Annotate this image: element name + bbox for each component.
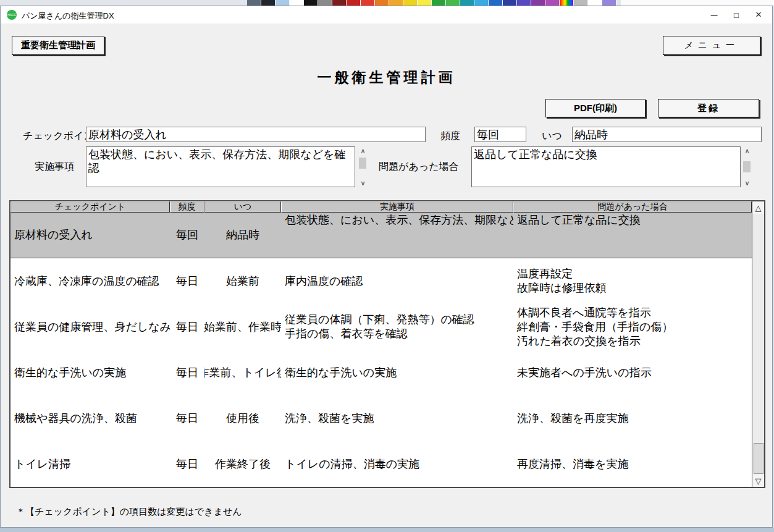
- when-input[interactable]: [572, 127, 762, 142]
- color-swatch: [375, 0, 389, 6]
- table-cell: 始業前: [204, 258, 281, 304]
- table-cell: トイレの清掃、消毒の実施: [281, 441, 513, 487]
- problem-label: 問題があった場合: [379, 161, 459, 174]
- maximize-icon[interactable]: □: [726, 6, 746, 23]
- action-scrollbar[interactable]: [358, 146, 368, 187]
- color-swatch: [276, 0, 290, 6]
- color-swatch: [602, 0, 616, 6]
- color-swatch: [318, 0, 332, 6]
- scrollbar-thumb[interactable]: [743, 161, 751, 172]
- problem-scrollbar[interactable]: [742, 146, 752, 187]
- table-cell: 未実施者への手洗いの指示: [513, 350, 752, 395]
- color-swatch: [517, 0, 531, 6]
- footnote: ＊【チェックポイント】の項目数は変更はできません: [16, 506, 242, 518]
- table-row[interactable]: 機械や器具の洗浄、殺菌毎日使用後洗浄、殺菌を実施洗浄、殺菌を再度実施: [11, 395, 764, 441]
- color-swatch: [474, 0, 489, 6]
- color-swatch: [503, 0, 517, 6]
- table-row[interactable]: 衛生的な手洗いの実施毎日作業前、トイレ後衛生的な手洗いの実施未実施者への手洗いの…: [11, 350, 764, 395]
- table-cell: 従業員の健康管理、身だしなみ: [11, 304, 170, 350]
- table-cell: 機械や器具の洗浄、殺菌: [11, 395, 170, 441]
- close-icon[interactable]: ×: [749, 6, 768, 23]
- scroll-down-icon[interactable]: [752, 475, 764, 487]
- table-cell: トイレ清掃: [11, 441, 170, 487]
- color-swatch: [332, 0, 347, 6]
- desktop-edge-strip: [0, 528, 774, 532]
- frequency-label: 頻度: [440, 130, 460, 143]
- window-title: パン屋さんの衛生管理DX: [22, 11, 114, 22]
- color-swatch: [446, 0, 460, 6]
- table-cell: 使用後: [204, 395, 281, 441]
- background-color-swatches: [247, 0, 616, 6]
- register-button[interactable]: 登録: [658, 99, 759, 117]
- pdf-print-button[interactable]: PDF(印刷): [545, 99, 646, 117]
- color-swatch: [361, 0, 375, 6]
- column-header: いつ: [204, 201, 281, 213]
- action-label: 実施事項: [35, 161, 74, 174]
- table-cell: 毎日: [170, 441, 204, 487]
- table-cell: 体調不良者へ通院等を指示絆創膏・手袋食用（手指の傷）汚れた着衣の交換を指示: [513, 304, 752, 350]
- color-swatch: [545, 0, 560, 6]
- column-header: チェックポイント: [11, 201, 170, 213]
- table-cell: 毎日: [170, 258, 204, 304]
- color-swatch: [403, 0, 418, 6]
- scroll-down-icon[interactable]: [358, 179, 368, 187]
- checkpoint-input[interactable]: [86, 127, 426, 142]
- color-swatch: [489, 0, 503, 6]
- table-cell: 衛生的な手洗いの実施: [281, 350, 513, 395]
- table-cell: 温度再設定故障時は修理依頼: [513, 258, 752, 304]
- color-swatch: [432, 0, 446, 6]
- frequency-input[interactable]: [474, 127, 526, 142]
- action-textarea[interactable]: 包装状態、におい、表示、保存方法、期限などを確認: [86, 146, 355, 187]
- table-cell: 納品時: [204, 213, 281, 258]
- minimize-icon[interactable]: ─: [704, 6, 724, 23]
- problem-textarea[interactable]: 返品して正常な品に交換: [471, 146, 741, 187]
- scroll-up-icon[interactable]: [358, 146, 368, 155]
- table-cell: 作業終了後: [204, 441, 281, 487]
- scrollbar-thumb[interactable]: [359, 158, 366, 169]
- table-row[interactable]: 原材料の受入れ毎回納品時包装状態、におい、表示、保存方法、期限などを確認返品して…: [11, 213, 764, 258]
- color-swatch: [531, 0, 545, 6]
- important-hygiene-plan-button[interactable]: 重要衛生管理計画: [12, 36, 104, 55]
- color-swatch: [418, 0, 432, 6]
- column-header: 問題があった場合: [513, 201, 752, 213]
- scrollbar-thumb[interactable]: [754, 443, 763, 474]
- app-window: HACC パン屋さんの衛生管理DX ─ □ × 重要衛生管理計画 メニュー 一般…: [0, 6, 773, 528]
- table-row[interactable]: トイレ清掃毎日作業終了後トイレの清掃、消毒の実施再度清掃、消毒を実施: [11, 441, 764, 487]
- table-cell: 毎回: [170, 213, 204, 258]
- table-cell: 毎日: [170, 395, 204, 441]
- scroll-down-icon[interactable]: [742, 179, 752, 187]
- table-cell: 冷蔵庫、冷凍庫の温度の確認: [11, 258, 170, 304]
- table-cell: 洗浄、殺菌を再度実施: [513, 395, 752, 441]
- table-header-row: チェックポイント頻度いつ実施事項問題があった場合: [11, 201, 764, 213]
- table-cell: 返品して正常な品に交換: [513, 213, 752, 258]
- color-swatch: [560, 0, 574, 6]
- table-cell: 毎日: [170, 350, 204, 395]
- color-swatch: [261, 0, 276, 6]
- page-title: 一般衛生管理計画: [1, 68, 772, 87]
- app-icon: HACC: [7, 10, 17, 20]
- table-cell: 作業前、トイレ後: [204, 350, 281, 395]
- menu-button[interactable]: メニュー: [663, 36, 760, 55]
- scroll-up-icon[interactable]: [752, 201, 764, 214]
- when-label: いつ: [542, 130, 562, 143]
- table-scrollbar[interactable]: [752, 201, 764, 487]
- hygiene-plan-table: チェックポイント頻度いつ実施事項問題があった場合 原材料の受入れ毎回納品時包装状…: [9, 200, 765, 488]
- color-swatch: [304, 0, 318, 6]
- table-cell: 庫内温度の確認: [281, 258, 513, 304]
- table-cell: 洗浄、殺菌を実施: [281, 395, 513, 441]
- background-blank-area: [621, 0, 774, 6]
- scroll-up-icon[interactable]: [742, 146, 752, 155]
- table-cell: 原材料の受入れ: [11, 213, 170, 258]
- color-swatch: [290, 0, 304, 6]
- table-cell: 再度清掃、消毒を実施: [513, 441, 752, 487]
- table-row[interactable]: 従業員の健康管理、身だしなみ毎日始業前、作業時従業員の体調（下痢、発熱等）の確認…: [11, 304, 764, 350]
- column-header: 実施事項: [281, 201, 513, 213]
- color-swatch: [588, 0, 602, 6]
- table-row[interactable]: 冷蔵庫、冷凍庫の温度の確認毎日始業前庫内温度の確認温度再設定故障時は修理依頼: [11, 258, 764, 304]
- column-header: 頻度: [170, 201, 204, 213]
- table-cell: 包装状態、におい、表示、保存方法、期限などを確認: [281, 213, 513, 258]
- table-body: 原材料の受入れ毎回納品時包装状態、におい、表示、保存方法、期限などを確認返品して…: [11, 213, 764, 487]
- color-swatch: [347, 0, 361, 6]
- screen: HACC パン屋さんの衛生管理DX ─ □ × 重要衛生管理計画 メニュー 一般…: [0, 0, 774, 532]
- color-swatch: [574, 0, 588, 6]
